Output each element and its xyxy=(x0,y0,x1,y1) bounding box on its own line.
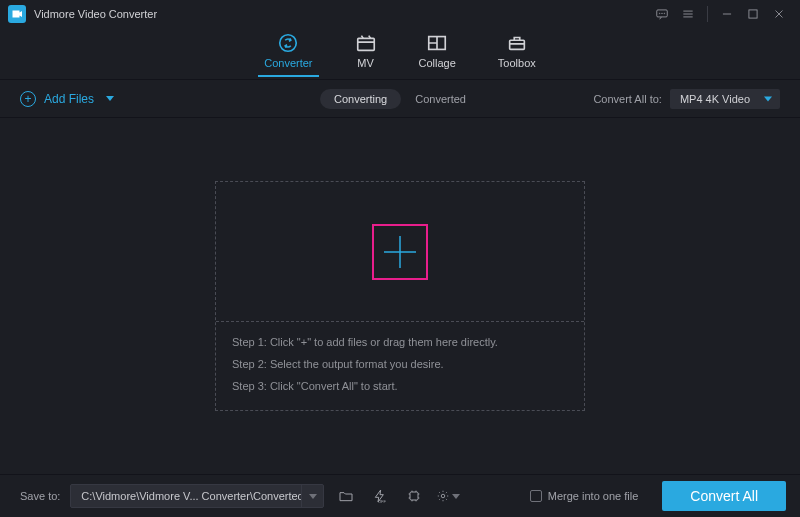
merge-label: Merge into one file xyxy=(548,490,639,502)
mv-icon xyxy=(355,33,377,53)
output-path[interactable]: C:\Vidmore\Vidmore V... Converter\Conver… xyxy=(71,490,301,502)
segment-converted[interactable]: Converted xyxy=(401,89,480,109)
svg-text:OFF: OFF xyxy=(378,499,387,504)
svg-rect-6 xyxy=(357,38,374,50)
drop-zone[interactable]: Step 1: Click "+" to add files or drag t… xyxy=(215,181,585,411)
title-bar: Vidmore Video Converter xyxy=(0,0,800,28)
svg-rect-4 xyxy=(749,10,757,18)
step-text: Step 2: Select the output format you des… xyxy=(232,358,568,370)
drop-zone-top xyxy=(216,182,584,322)
chevron-down-icon xyxy=(106,96,114,101)
tab-label: MV xyxy=(357,57,374,69)
tab-collage[interactable]: Collage xyxy=(419,33,456,77)
settings-button[interactable] xyxy=(436,484,460,508)
svg-point-1 xyxy=(659,13,660,14)
convert-all-to-label: Convert All to: xyxy=(593,93,661,105)
svg-point-3 xyxy=(664,13,665,14)
toolbox-icon xyxy=(506,33,528,53)
add-files-button[interactable]: + Add Files xyxy=(20,91,114,107)
status-segment: Converting Converted xyxy=(320,89,480,109)
svg-rect-8 xyxy=(509,40,524,49)
convert-icon xyxy=(277,33,299,53)
chevron-down-icon xyxy=(309,494,317,499)
hardware-accel-button[interactable]: OFF xyxy=(368,484,392,508)
open-folder-button[interactable] xyxy=(334,484,358,508)
collage-icon xyxy=(426,33,448,53)
output-path-dropdown[interactable] xyxy=(301,484,323,508)
tab-converter[interactable]: Converter xyxy=(264,33,312,77)
save-to-label: Save to: xyxy=(20,490,60,502)
add-files-plus[interactable] xyxy=(372,224,428,280)
step-text: Step 3: Click "Convert All" to start. xyxy=(232,380,568,392)
footer: Save to: C:\Vidmore\Vidmore V... Convert… xyxy=(0,474,800,517)
app-title: Vidmore Video Converter xyxy=(34,8,157,20)
segment-converting[interactable]: Converting xyxy=(320,89,401,109)
svg-point-2 xyxy=(662,13,663,14)
high-speed-button[interactable] xyxy=(402,484,426,508)
app-logo xyxy=(8,5,26,23)
tab-label: Converter xyxy=(264,57,312,69)
chevron-down-icon xyxy=(452,494,460,499)
sub-toolbar: + Add Files Converting Converted Convert… xyxy=(0,80,800,118)
chevron-down-icon xyxy=(764,96,772,101)
maximize-button[interactable] xyxy=(740,3,766,25)
output-path-box: C:\Vidmore\Vidmore V... Converter\Conver… xyxy=(70,484,324,508)
convert-all-button[interactable]: Convert All xyxy=(662,481,786,511)
main-nav: Converter MV Collage Toolbox xyxy=(0,28,800,80)
svg-point-11 xyxy=(442,494,446,498)
tab-toolbox[interactable]: Toolbox xyxy=(498,33,536,77)
stage: Step 1: Click "+" to add files or drag t… xyxy=(0,118,800,474)
svg-point-5 xyxy=(280,35,297,52)
close-button[interactable] xyxy=(766,3,792,25)
plus-circle-icon: + xyxy=(20,91,36,107)
svg-rect-10 xyxy=(410,492,418,500)
output-format-select[interactable]: MP4 4K Video xyxy=(670,89,780,109)
output-format-value: MP4 4K Video xyxy=(680,93,750,105)
add-files-label: Add Files xyxy=(44,92,94,106)
titlebar-separator xyxy=(707,6,708,22)
minimize-button[interactable] xyxy=(714,3,740,25)
feedback-icon[interactable] xyxy=(649,3,675,25)
tab-label: Toolbox xyxy=(498,57,536,69)
menu-icon[interactable] xyxy=(675,3,701,25)
tab-label: Collage xyxy=(419,57,456,69)
checkbox-icon xyxy=(530,490,542,502)
merge-checkbox[interactable]: Merge into one file xyxy=(530,490,639,502)
convert-all-to: Convert All to: MP4 4K Video xyxy=(593,89,780,109)
step-text: Step 1: Click "+" to add files or drag t… xyxy=(232,336,568,348)
drop-zone-steps: Step 1: Click "+" to add files or drag t… xyxy=(216,322,584,410)
tab-mv[interactable]: MV xyxy=(355,33,377,77)
